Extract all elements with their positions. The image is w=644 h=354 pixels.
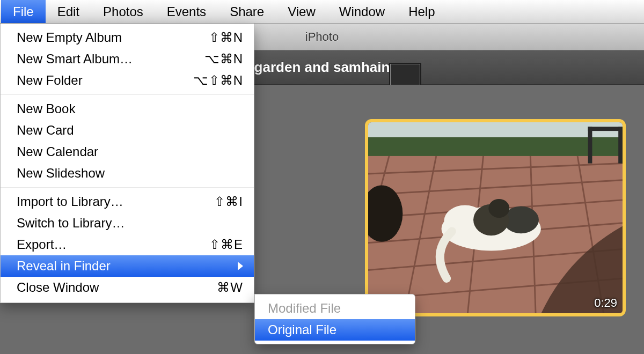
svg-rect-15 — [588, 127, 623, 131]
menubar-photos[interactable]: Photos — [91, 0, 155, 23]
file-menu-dropdown: New Empty Album ⇧⌘N New Smart Album… ⌥⌘N… — [0, 24, 254, 303]
reveal-in-finder-submenu: Modified File Original File — [254, 294, 415, 344]
menu-separator — [1, 94, 254, 95]
menu-new-folder[interactable]: New Folder ⌥⇧⌘N — [1, 70, 254, 91]
menu-new-book[interactable]: New Book — [1, 98, 254, 120]
menu-item-shortcut: ⇧⌘N — [209, 30, 243, 45]
menu-item-label: Reveal in Finder — [17, 259, 233, 274]
menu-new-slideshow[interactable]: New Slideshow — [1, 163, 254, 184]
menu-close-window[interactable]: Close Window ⌘W — [1, 277, 254, 298]
submenu-item-label: Original File — [268, 322, 402, 337]
menu-separator — [1, 187, 254, 188]
menu-item-label: New Empty Album — [17, 30, 209, 45]
menubar: File Edit Photos Events Share View Windo… — [0, 0, 644, 24]
video-thumbnail-selected[interactable]: 0:29 — [365, 119, 626, 316]
menu-item-shortcut: ⇧⌘I — [214, 194, 243, 209]
menubar-label: Help — [408, 4, 435, 19]
menu-item-label: Export… — [17, 237, 209, 252]
menubar-label: View — [288, 4, 316, 19]
menu-new-empty-album[interactable]: New Empty Album ⇧⌘N — [1, 27, 254, 48]
menu-item-shortcut: ⌥⇧⌘N — [193, 73, 243, 88]
menu-item-shortcut: ⇧⌘E — [209, 237, 243, 252]
submenu-item-label: Modified File — [268, 301, 402, 316]
menubar-edit[interactable]: Edit — [46, 0, 91, 23]
menubar-label: File — [13, 4, 34, 19]
event-title: garden and samhain — [254, 59, 390, 76]
menu-item-label: Switch to Library… — [17, 216, 243, 231]
menu-new-card[interactable]: New Card — [1, 120, 254, 141]
svg-point-22 — [488, 199, 509, 218]
menu-item-shortcut: ⌥⌘N — [204, 51, 243, 67]
menu-item-label: New Book — [17, 101, 243, 116]
menu-item-label: Import to Library… — [17, 194, 214, 209]
menubar-share[interactable]: Share — [218, 0, 276, 23]
menu-new-smart-album[interactable]: New Smart Album… ⌥⌘N — [1, 48, 254, 70]
submenu-modified-file: Modified File — [255, 298, 415, 319]
menubar-events[interactable]: Events — [155, 0, 218, 23]
menu-switch-to-library[interactable]: Switch to Library… — [1, 212, 254, 234]
video-duration-badge: 0:29 — [594, 296, 617, 310]
menubar-file[interactable]: File — [1, 0, 46, 23]
menu-item-label: New Smart Album… — [17, 51, 204, 67]
thumbnail-image — [368, 122, 623, 313]
adjacent-thumbnail-peek — [389, 63, 421, 87]
svg-rect-16 — [588, 127, 592, 163]
menu-item-label: New Slideshow — [17, 166, 243, 181]
menu-import-to-library[interactable]: Import to Library… ⇧⌘I — [1, 191, 254, 212]
window-title: iPhoto — [305, 30, 339, 44]
menubar-window[interactable]: Window — [327, 0, 397, 23]
menubar-label: Edit — [57, 4, 79, 19]
menubar-label: Photos — [103, 4, 143, 19]
menubar-view[interactable]: View — [276, 0, 327, 23]
menu-new-calendar[interactable]: New Calendar — [1, 141, 254, 163]
menubar-label: Window — [339, 4, 385, 19]
menubar-label: Events — [167, 4, 206, 19]
menu-item-shortcut: ⌘W — [217, 280, 243, 295]
menubar-help[interactable]: Help — [397, 0, 447, 23]
menu-item-label: Close Window — [17, 280, 217, 295]
submenu-original-file[interactable]: Original File — [255, 319, 415, 341]
menu-item-label: New Calendar — [17, 144, 243, 159]
menu-item-label: New Card — [17, 123, 243, 138]
menu-reveal-in-finder[interactable]: Reveal in Finder — [1, 255, 254, 277]
menubar-label: Share — [230, 4, 264, 19]
svg-rect-17 — [618, 127, 623, 163]
submenu-arrow-icon — [238, 262, 243, 270]
menu-export[interactable]: Export… ⇧⌘E — [1, 234, 254, 255]
menu-item-label: New Folder — [17, 73, 193, 88]
